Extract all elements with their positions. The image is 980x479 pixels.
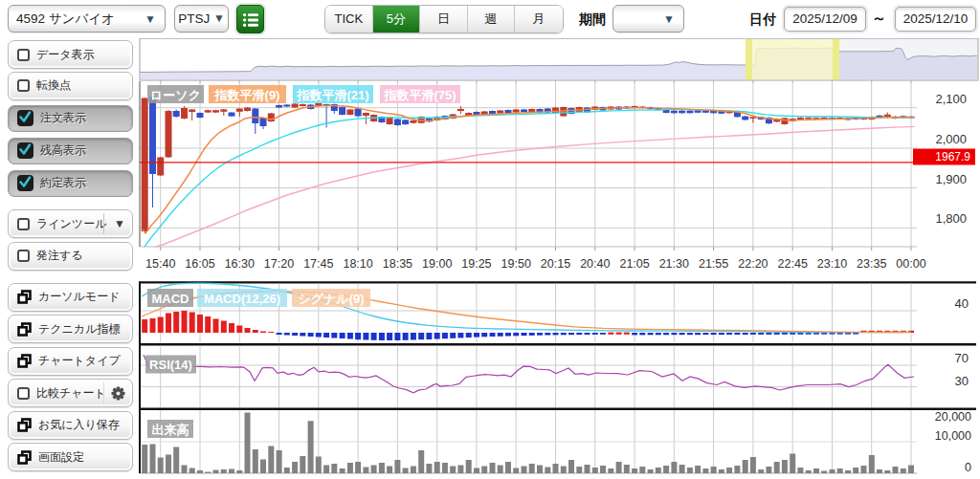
svg-text:23:35: 23:35 (857, 257, 886, 271)
svg-text:MACD(12,26): MACD(12,26) (204, 292, 280, 306)
svg-text:21:55: 21:55 (699, 257, 728, 271)
svg-text:20:15: 20:15 (541, 257, 570, 271)
svg-text:2,000: 2,000 (935, 132, 967, 146)
svg-text:16:05: 16:05 (185, 257, 214, 271)
svg-text:22:20: 22:20 (738, 257, 768, 271)
svg-text:19:50: 19:50 (501, 257, 531, 271)
svg-text:23:10: 23:10 (817, 257, 847, 271)
svg-text:2,100: 2,100 (935, 92, 967, 106)
svg-text:16:30: 16:30 (225, 257, 255, 271)
svg-text:70: 70 (955, 351, 969, 365)
svg-text:18:35: 18:35 (383, 257, 412, 271)
svg-text:ローソク: ローソク (150, 88, 201, 102)
svg-text:18:10: 18:10 (343, 257, 372, 271)
svg-text:40: 40 (955, 296, 969, 311)
svg-text:17:45: 17:45 (303, 257, 333, 271)
svg-text:20,000: 20,000 (935, 410, 971, 424)
svg-text:00:00: 00:00 (896, 257, 925, 271)
svg-text:指数平滑(75): 指数平滑(75) (383, 88, 456, 102)
svg-text:22:45: 22:45 (778, 257, 808, 271)
svg-text:19:00: 19:00 (422, 257, 452, 271)
svg-text:1,900: 1,900 (935, 172, 967, 186)
svg-text:20:40: 20:40 (580, 257, 610, 271)
svg-text:21:30: 21:30 (659, 257, 689, 271)
svg-text:19:25: 19:25 (461, 257, 491, 271)
svg-text:1,800: 1,800 (935, 211, 967, 226)
svg-text:1967.9: 1967.9 (935, 150, 970, 163)
svg-text:指数平滑(21): 指数平滑(21) (296, 88, 368, 102)
svg-text:MACD: MACD (152, 292, 189, 306)
svg-text:0: 0 (965, 461, 971, 474)
svg-text:17:20: 17:20 (264, 257, 294, 271)
svg-text:RSI(14): RSI(14) (149, 358, 192, 372)
svg-text:出来高: 出来高 (152, 423, 189, 437)
svg-text:21:05: 21:05 (619, 257, 649, 271)
svg-text:シグナル(9): シグナル(9) (298, 292, 364, 306)
svg-text:30: 30 (955, 374, 969, 388)
svg-text:15:40: 15:40 (145, 257, 175, 271)
svg-text:10,000: 10,000 (935, 429, 971, 443)
svg-text:指数平滑(9): 指数平滑(9) (214, 88, 280, 102)
